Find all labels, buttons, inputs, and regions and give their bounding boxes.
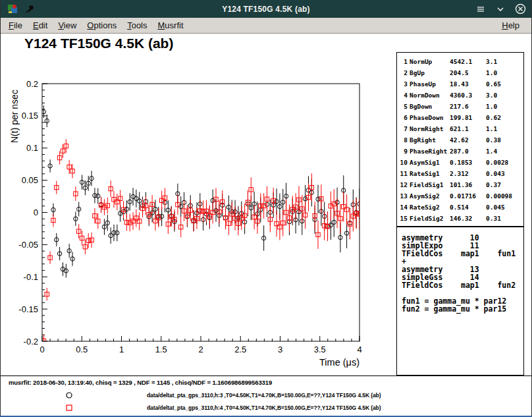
- param-row: 11RateSig12.3120.043: [400, 168, 523, 179]
- param-pname: NormUp: [410, 56, 448, 67]
- param-idx: 2: [400, 67, 408, 78]
- param-perr: 1.0: [486, 101, 523, 112]
- param-idx: 7: [400, 123, 408, 134]
- param-idx: 6: [400, 112, 408, 123]
- y-axis: 0.20.150.10.050-0.05-0.1-0.15-0.2: [18, 79, 47, 347]
- legend-label: data/deltat_pta_gps_3110,h:3 ,T0=4.50K,T…: [147, 392, 381, 399]
- menubar-items: FileEditViewOptionsToolsMusrfit: [3, 18, 189, 32]
- param-pval: 4360.3: [450, 90, 484, 101]
- param-idx: 5: [400, 101, 408, 112]
- y-axis-title: N(t) per nsec: [9, 90, 20, 143]
- param-idx: 13: [400, 190, 408, 202]
- param-row: 8BgRight42.620.38: [400, 134, 523, 146]
- param-pname: FieldSig2: [410, 213, 448, 224]
- param-pval: 4542.1: [450, 56, 484, 67]
- param-perr: 0.37: [486, 179, 523, 190]
- param-row: 13AsymSig20.017160.00098: [400, 190, 523, 202]
- menu-edit[interactable]: Edit: [28, 18, 53, 32]
- root-canvas: Y124 TF150G 4.5K (ab) 00.511.522.533.54T…: [1, 34, 531, 416]
- window-title: Y124 TF150G 4.5K (ab): [1, 5, 531, 14]
- theory-line: TFieldCos map1 fun1: [402, 250, 523, 258]
- param-pname: BgUp: [410, 67, 448, 78]
- close-button[interactable]: [514, 3, 526, 15]
- param-perr: 0.045: [486, 202, 523, 213]
- param-pval: 0.514: [450, 202, 484, 213]
- fit-parameter-box: 1NormUp4542.13.12BgUp204.51.03PhaseUp18.…: [396, 52, 524, 227]
- legend-circle-marker-icon: [65, 391, 74, 403]
- param-perr: 0.00098: [486, 190, 523, 202]
- param-pname: RateSig2: [410, 202, 448, 213]
- svg-text:0: 0: [40, 345, 44, 354]
- param-pval: 42.62: [450, 134, 484, 146]
- svg-text:0: 0: [34, 208, 38, 217]
- plot-area[interactable]: 00.511.522.533.54Time (μs)0.20.150.10.05…: [1, 47, 383, 376]
- menubar: FileEditViewOptionsToolsMusrfit Help: [1, 18, 531, 34]
- param-row: 4NormDown4360.33.0: [400, 90, 523, 101]
- param-idx: 14: [400, 202, 408, 213]
- param-pname: PhaseRight: [410, 146, 448, 157]
- param-pname: BgRight: [410, 134, 448, 146]
- param-row: 7NormRight621.11.1: [400, 123, 523, 134]
- window-menu-button[interactable]: [475, 3, 487, 15]
- param-pval: 217.6: [450, 101, 484, 112]
- param-pname: RateSig1: [410, 168, 448, 179]
- param-row: 15FieldSig2146.320.31: [400, 213, 523, 224]
- theory-line: fun2 = gamma_mu * par15: [402, 305, 523, 313]
- param-pval: 146.32: [450, 213, 484, 224]
- param-pval: 204.5: [450, 67, 484, 78]
- theory-box: asymmetry 10simplExpo 11TFieldCos map1 f…: [396, 227, 524, 375]
- svg-text:-0.05: -0.05: [18, 240, 38, 250]
- svg-text:3: 3: [278, 345, 282, 354]
- app-icon[interactable]: [6, 3, 19, 16]
- maximize-button[interactable]: [494, 3, 506, 15]
- menu-file[interactable]: File: [3, 18, 28, 32]
- titlebar[interactable]: Y124 TF150G 4.5K (ab): [1, 0, 531, 18]
- legend-square-marker-icon: [65, 403, 74, 415]
- param-idx: 4: [400, 90, 408, 101]
- menu-tools[interactable]: Tools: [122, 18, 152, 32]
- param-idx: 3: [400, 78, 408, 90]
- param-pval: 101.36: [450, 179, 484, 190]
- svg-text:2.5: 2.5: [234, 345, 246, 354]
- param-row: 3PhaseUp18.430.65: [400, 78, 523, 90]
- x-axis: 00.511.522.533.54: [40, 336, 361, 354]
- param-idx: 8: [400, 134, 408, 146]
- param-idx: 9: [400, 146, 408, 157]
- param-pname: AsymSig1: [410, 157, 448, 168]
- param-pname: AsymSig2: [410, 190, 448, 202]
- param-perr: 0.65: [486, 78, 523, 90]
- pin-icon[interactable]: [23, 3, 36, 16]
- param-row: 2BgUp204.51.0: [400, 67, 523, 78]
- menu-options[interactable]: Options: [82, 18, 122, 32]
- series-h3: [41, 105, 361, 277]
- param-perr: 0.043: [486, 168, 523, 179]
- menu-help[interactable]: Help: [496, 18, 525, 32]
- param-perr: 0.62: [486, 112, 523, 123]
- param-perr: 3.0: [486, 90, 523, 101]
- series-h4: [41, 139, 361, 347]
- param-pval: 18.43: [450, 78, 484, 90]
- param-row: 5BgDown217.61.0: [400, 101, 523, 112]
- param-pval: 621.1: [450, 123, 484, 134]
- param-pname: NormRight: [410, 123, 448, 134]
- menu-view[interactable]: View: [53, 18, 82, 32]
- param-row: 6PhaseDown199.810.62: [400, 112, 523, 123]
- param-perr: 1.4: [486, 146, 523, 157]
- param-idx: 11: [400, 168, 408, 179]
- legend-label: data/deltat_pta_gps_3110,h:4 ,T0=4.50K,T…: [147, 404, 381, 411]
- param-pval: 2.312: [450, 168, 484, 179]
- svg-text:0.2: 0.2: [26, 79, 38, 89]
- svg-text:3.5: 3.5: [314, 345, 326, 354]
- svg-text:-0.2: -0.2: [24, 337, 38, 347]
- param-pname: PhaseUp: [410, 78, 448, 90]
- param-pname: BgDown: [410, 101, 448, 112]
- menu-musrfit[interactable]: Musrfit: [153, 18, 189, 32]
- plot-footer: musrfit: 2018-06-30, 13:19:40, chisq = 1…: [1, 375, 531, 416]
- param-pval: 0.01716: [450, 190, 484, 202]
- theory-line: TFieldCos map1 fun2: [402, 281, 523, 289]
- svg-text:-0.15: -0.15: [18, 304, 38, 314]
- param-row: 12FieldSig1101.360.37: [400, 179, 523, 190]
- svg-text:4: 4: [357, 345, 361, 354]
- param-pval: 199.81: [450, 112, 484, 123]
- param-row: 14RateSig20.5140.045: [400, 202, 523, 213]
